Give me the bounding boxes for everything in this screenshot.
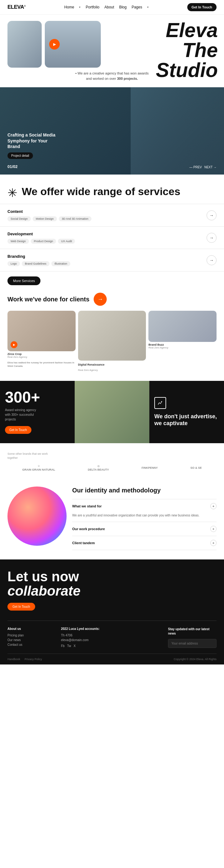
service-item-development[interactable]: Development Web Design Product Design UX…	[0, 226, 224, 249]
stats-left: 300+ Award winning agency with 300+ succ…	[0, 381, 75, 443]
service-arrow-icon: →	[207, 210, 217, 220]
accordion-header-1[interactable]: Our work procedure +	[72, 522, 217, 536]
footer-email-input[interactable]	[168, 639, 217, 648]
nav-portfolio[interactable]: Portfolio	[85, 5, 99, 9]
featured-detail-button[interactable]: Project detail	[7, 152, 33, 159]
accordion-item-0: What we stand for + We are a youthful an…	[72, 499, 217, 522]
accordion-header-0[interactable]: What we stand for +	[72, 499, 217, 513]
brands-label: Some other brands that we work together	[7, 452, 48, 460]
service-tag: Logo	[7, 261, 20, 266]
accordion-icon-1: +	[210, 526, 217, 532]
footer-col-empty	[114, 627, 163, 648]
work-zirox-sub: Real Zero Agency	[7, 355, 76, 359]
nav-links: Home ▾ Portfolio About Blog Pages ▾	[64, 5, 148, 9]
service-development-tags: Web Design Product Design UX Audit	[7, 239, 75, 244]
work-play-button[interactable]: ▶	[10, 341, 17, 348]
footer-col-about-heading: About us	[7, 627, 56, 630]
nav-home[interactable]: Home	[64, 5, 74, 9]
service-content-tags: Social Design Motion Design 3D And 3D An…	[7, 216, 91, 221]
footer-headline: Let us now collaborate	[7, 569, 217, 598]
featured-slider: Crafting a Social Media Symphony for You…	[0, 87, 224, 175]
footer-privacy-link[interactable]: Privacy Policy	[25, 658, 42, 661]
work-col-left: ▶ Zirox Crop Real Zero Agency Eliva has …	[7, 311, 76, 368]
brand-logo-1: ◎ DELTA BEAUTY	[88, 465, 109, 471]
work-brand-label: Brand Buzz	[148, 343, 217, 346]
asterisk-icon: ✳	[7, 187, 17, 199]
work-card-brand[interactable]: Brand Buzz Real Zero Agency	[148, 311, 217, 349]
service-item-content[interactable]: Content Social Design Motion Design 3D A…	[0, 204, 224, 226]
work-card-zirox[interactable]: ▶ Zirox Crop Real Zero Agency	[7, 311, 76, 359]
navbar: ELEVA® Home ▾ Portfolio About Blog Pages…	[0, 0, 224, 14]
footer-social-tw[interactable]: Tw	[67, 644, 71, 648]
service-content-left: Content Social Design Motion Design 3D A…	[7, 209, 91, 221]
accordion-heading-2: Client tandem	[72, 541, 95, 545]
featured-prev[interactable]: — PREV	[189, 165, 202, 169]
footer-cta-button[interactable]: Get In Touch	[7, 603, 35, 611]
service-branding-left: Branding Logo Brand Guidelines Illustrat…	[7, 254, 70, 266]
service-tag: 3D And 3D Animation	[59, 216, 92, 221]
featured-nav[interactable]: — PREV NEXT →	[189, 165, 217, 169]
work-header: Work we've done for clients →	[7, 293, 217, 306]
footer-social-fb[interactable]: Fb	[61, 644, 65, 648]
footer-social-x[interactable]: X	[73, 644, 76, 648]
footer-col-newsletter: Stay updated with our latest news	[168, 627, 217, 648]
brand-logo-2: FINKPENNY	[142, 466, 158, 470]
stats-description: Award winning agency with 300+ successfu…	[5, 408, 39, 422]
footer-link-news[interactable]: Our news	[7, 638, 56, 642]
footer-handbook-link[interactable]: Handbook	[7, 658, 20, 661]
stats-icon	[154, 397, 166, 409]
footer-col-contact-heading: 2022 Luca Lyed accounts:	[61, 627, 110, 630]
nav-about[interactable]: About	[105, 5, 114, 9]
service-development-left: Development Web Design Product Design UX…	[7, 231, 75, 244]
services-header: ✳ We offer wide range of services	[0, 175, 224, 204]
hero-play-button[interactable]: ▶	[49, 39, 60, 50]
service-arrow-icon: →	[207, 255, 217, 265]
work-center-image[interactable]	[78, 311, 146, 361]
featured-next[interactable]: NEXT →	[204, 165, 217, 169]
footer-col-about: About us Pricing plan Our news Contact u…	[7, 627, 56, 648]
service-tag: UX Audit	[58, 239, 75, 244]
footer-social: Fb Tw X	[61, 644, 110, 648]
footer-link-contact[interactable]: Contact us	[7, 643, 56, 646]
work-grid: ▶ Zirox Crop Real Zero Agency Eliva has …	[7, 311, 217, 372]
accordion-header-2[interactable]: Client tandem +	[72, 536, 217, 550]
hero-image-center: ▶	[45, 21, 101, 68]
accordion-icon-0: +	[210, 503, 217, 509]
featured-title: Crafting a Social Media Symphony for You…	[7, 132, 57, 149]
nav-pages[interactable]: Pages	[132, 5, 142, 9]
services-title: We offer wide range of services	[22, 186, 180, 197]
service-item-branding[interactable]: Branding Logo Brand Guidelines Illustrat…	[0, 249, 224, 272]
accordion-icon-2: +	[210, 540, 217, 546]
nav-blog[interactable]: Blog	[119, 5, 126, 9]
more-services-button[interactable]: More Services	[7, 276, 40, 285]
footer: Let us now collaborate Get In Touch Abou…	[0, 559, 224, 664]
featured-bg-person	[130, 87, 224, 175]
footer-col-contact: 2022 Luca Lyed accounts: Th 4706 eleva@d…	[61, 627, 110, 648]
footer-link-pricing[interactable]: Pricing plan	[7, 633, 56, 637]
work-section: Work we've done for clients → ▶ Zirox Cr…	[0, 293, 224, 381]
methodology-content: Our identity and methodology What we sta…	[72, 487, 217, 550]
work-title: Work we've done for clients	[7, 296, 89, 303]
service-tag: Illustration	[51, 261, 70, 266]
stats-tagline: We don't just advertise, we captivate	[154, 413, 219, 427]
methodology-section: Our identity and methodology What we sta…	[0, 480, 224, 559]
methodology-sphere-container	[7, 487, 67, 546]
footer-bottom-links: Handbook Privacy Policy	[7, 658, 42, 661]
service-development-name: Development	[7, 231, 75, 236]
accordion-item-2: Client tandem +	[72, 536, 217, 550]
accordion-heading-1: Our work procedure	[72, 527, 105, 531]
hero-image-left	[7, 21, 42, 68]
featured-content: Crafting a Social Media Symphony for You…	[7, 132, 57, 159]
nav-logo[interactable]: ELEVA®	[7, 4, 26, 10]
featured-counter: 01/02	[7, 164, 18, 169]
stats-cta-button[interactable]: Get In Touch	[5, 426, 31, 434]
accordion-heading-0: What we stand for	[72, 504, 102, 508]
work-brand-sub: Real Zero Agency	[148, 346, 217, 349]
work-arrow-button[interactable]: →	[94, 293, 107, 306]
service-tag: Motion Design	[33, 216, 57, 221]
service-content-name: Content	[7, 209, 91, 214]
footer-contact-line-1: eleva@domain.com	[61, 638, 110, 642]
methodology-title: Our identity and methodology	[72, 487, 217, 494]
stats-right: We don't just advertise, we captivate	[149, 381, 224, 443]
nav-cta-button[interactable]: Get In Touch	[187, 3, 217, 11]
